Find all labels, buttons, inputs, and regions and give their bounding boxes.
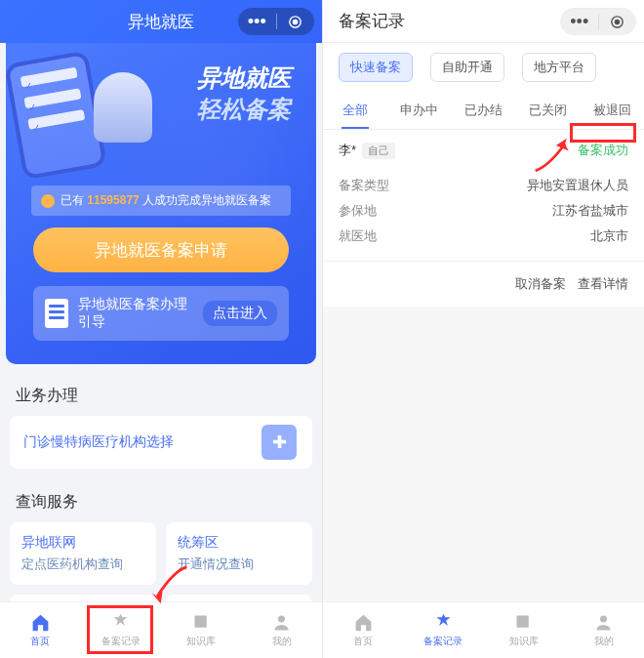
tab-processing[interactable]: 申办中 [387, 92, 452, 129]
tab-home[interactable]: 首页 [0, 602, 81, 658]
svg-point-5 [600, 616, 607, 623]
chip-row: 快速备案 自助开通 地方平台 [323, 43, 644, 92]
more-icon[interactable]: ••• [238, 13, 276, 30]
svg-point-2 [278, 616, 285, 623]
tab-knowledge[interactable]: 知识库 [161, 602, 242, 658]
record-actions: 取消备案 查看详情 [323, 262, 644, 307]
biz-section-title: 业务办理 [0, 372, 322, 416]
right-topbar: 备案记录 ••• [323, 0, 644, 43]
person-illustration [94, 72, 152, 143]
tab-me[interactable]: 我的 [564, 602, 644, 658]
tab-closed[interactable]: 已关闭 [515, 92, 580, 129]
hospital-icon [262, 425, 297, 460]
svg-point-1 [294, 20, 298, 23]
target-icon[interactable] [599, 14, 636, 30]
record-name: 李* [339, 142, 356, 159]
query-section-title: 查询服务 [0, 478, 322, 522]
query-card-2[interactable]: 统筹区开通情况查询 [166, 522, 312, 585]
hero-banner: 异地就医 轻松备案 已有 11595877 人成功完成异地就医备案 异地就医备案… [6, 43, 316, 364]
status-badge: 备案成功 [578, 142, 628, 159]
right-tabbar: 首页 备案记录 知识库 我的 [323, 601, 644, 658]
chip-quick[interactable]: 快速备案 [339, 53, 413, 82]
document-icon [45, 299, 68, 328]
target-icon[interactable] [277, 14, 315, 30]
guide-label: 异地就医备案办理引导 [78, 296, 193, 331]
miniprogram-capsule[interactable]: ••• [560, 8, 636, 35]
tab-me[interactable]: 我的 [242, 602, 323, 658]
biz-card[interactable]: 门诊慢特病医疗机构选择 [10, 416, 312, 469]
miniprogram-capsule[interactable]: ••• [238, 8, 314, 35]
tab-knowledge[interactable]: 知识库 [484, 602, 564, 658]
more-icon[interactable]: ••• [561, 13, 598, 30]
stat-count: 11595877 [87, 193, 139, 207]
left-tabbar: 首页 备案记录 知识库 我的 [0, 601, 322, 658]
relation-tag: 自己 [362, 143, 395, 159]
query-card-1[interactable]: 异地联网定点医药机构查询 [10, 522, 156, 585]
apply-button[interactable]: 异地就医备案申请 [33, 227, 289, 272]
right-screen: 备案记录 ••• 快速备案 自助开通 地方平台 全部 申办中 已办结 已关闭 被… [322, 0, 644, 658]
record-card: 李* 自己 备案成功 备案类型异地安置退休人员 参保地江苏省盐城市 就医地北京市 [323, 130, 644, 262]
status-tabs: 全部 申办中 已办结 已关闭 被退回 [323, 92, 644, 130]
tab-all[interactable]: 全部 [323, 92, 387, 129]
tab-records[interactable]: 备案记录 [403, 602, 483, 658]
tab-records[interactable]: 备案记录 [81, 602, 162, 658]
stat-bar: 已有 11595877 人成功完成异地就医备案 [31, 185, 291, 216]
left-topbar: 异地就医 ••• [0, 0, 322, 43]
page-title: 备案记录 [339, 10, 405, 32]
svg-point-4 [615, 20, 619, 23]
chip-self[interactable]: 自助开通 [430, 53, 504, 82]
view-detail-button[interactable]: 查看详情 [578, 275, 628, 293]
guide-bar[interactable]: 异地就医备案办理引导 点击进入 [33, 286, 289, 341]
enter-button[interactable]: 点击进入 [203, 301, 277, 326]
page-title: 异地就医 [128, 11, 194, 33]
chip-local[interactable]: 地方平台 [522, 53, 596, 82]
tab-home[interactable]: 首页 [323, 602, 403, 658]
tab-returned[interactable]: 被退回 [580, 92, 644, 129]
tab-done[interactable]: 已办结 [452, 92, 516, 129]
cancel-record-button[interactable]: 取消备案 [515, 275, 566, 293]
speaker-icon [41, 194, 55, 208]
left-screen: 异地就医 ••• 异地就医 轻松备案 已有 11595877 人成功完成异地就医… [0, 0, 322, 658]
